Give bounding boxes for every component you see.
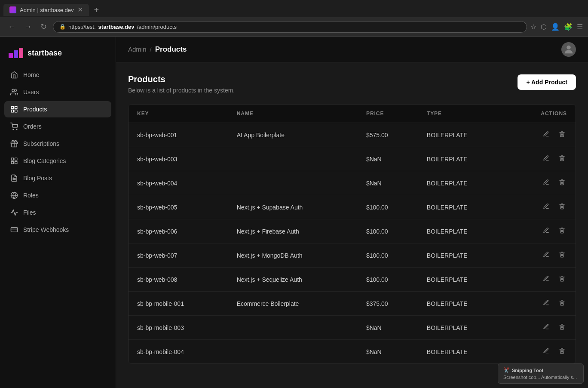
new-tab-button[interactable]: + — [91, 5, 103, 15]
cell-key: sb-bp-web-005 — [129, 195, 228, 219]
reload-button[interactable]: ↻ — [38, 20, 49, 33]
svg-point-6 — [16, 129, 17, 130]
table-row: sb-bp-web-008 Next.js + Sequelize Auth $… — [129, 268, 576, 292]
snipping-tool-icon: ✂️ — [503, 367, 509, 373]
edit-button[interactable] — [541, 129, 551, 141]
sidebar-item-orders[interactable]: Orders — [4, 118, 111, 135]
logo-block-3 — [19, 48, 23, 58]
cell-name: Next.js + Supabase Auth — [228, 195, 358, 219]
pocket-icon[interactable]: ⬡ — [541, 23, 547, 31]
delete-button[interactable] — [557, 322, 567, 333]
sidebar-item-users[interactable]: Users — [4, 84, 111, 100]
sidebar-item-blog-categories[interactable]: Blog Categories — [4, 153, 111, 169]
edit-button[interactable] — [541, 225, 551, 237]
snipping-tool-popup: ✂️ Snipping Tool Screenshot cop... Autom… — [498, 363, 584, 384]
col-price: PRICE — [358, 105, 418, 123]
cell-name — [228, 340, 358, 364]
sidebar-item-files[interactable]: Files — [4, 204, 111, 221]
edit-button[interactable] — [541, 322, 551, 333]
cell-key: sb-bp-mobile-003 — [129, 316, 228, 340]
delete-button[interactable] — [557, 153, 567, 165]
delete-button[interactable] — [557, 249, 567, 261]
svg-point-0 — [12, 89, 15, 92]
svg-rect-15 — [11, 228, 18, 232]
user-avatar[interactable] — [561, 42, 576, 57]
add-product-button[interactable]: + Add Product — [518, 74, 576, 90]
forward-button[interactable]: → — [21, 21, 34, 33]
orders-icon — [10, 123, 18, 130]
cell-key: sb-bp-web-007 — [129, 243, 228, 268]
bookmark-icon[interactable]: ☆ — [530, 23, 536, 31]
page-title: Products — [128, 74, 235, 84]
edit-button[interactable] — [541, 298, 551, 309]
cell-price: $100.00 — [358, 195, 418, 219]
sidebar-item-orders-label: Orders — [23, 123, 42, 130]
cell-price: $100.00 — [358, 268, 418, 292]
users-icon — [10, 88, 18, 96]
svg-point-17 — [567, 45, 570, 49]
cell-key: sb-bp-mobile-001 — [129, 292, 228, 316]
breadcrumb-current: Products — [155, 45, 187, 54]
cell-name: Next.js + Firebase Auth — [228, 219, 358, 243]
sidebar-item-blog-posts[interactable]: Blog Posts — [4, 170, 111, 186]
cell-actions — [508, 195, 576, 219]
logo-text: startbase — [28, 49, 62, 58]
table-row: sb-bp-web-001 AI App Boilerplate $575.00… — [129, 123, 576, 147]
sidebar-item-products[interactable]: Products — [4, 101, 111, 117]
snipping-tool-title: ✂️ Snipping Tool — [503, 367, 578, 373]
sidebar-item-subscriptions[interactable]: Subscriptions — [4, 135, 111, 152]
address-bar[interactable]: 🔒 https://test.startbase.dev/admin/produ… — [53, 21, 527, 33]
cell-key: sb-bp-web-003 — [129, 147, 228, 171]
logo-icon — [9, 48, 23, 58]
snipping-tool-text: Screenshot cop... Automatically s... — [503, 375, 578, 380]
cell-name: Ecommerce Boilerplate — [228, 292, 358, 316]
table-body: sb-bp-web-001 AI App Boilerplate $575.00… — [129, 123, 576, 364]
breadcrumb-root[interactable]: Admin — [128, 46, 147, 53]
table-row: sb-bp-web-007 Next.js + MongoDB Auth $10… — [129, 243, 576, 268]
delete-button[interactable] — [557, 298, 567, 309]
sidebar-item-stripe-webhooks[interactable]: Stripe Webhooks — [4, 222, 111, 238]
sidebar-item-home-label: Home — [23, 71, 39, 78]
svg-point-5 — [13, 129, 14, 130]
edit-button[interactable] — [541, 201, 551, 213]
url-suffix: /admin/products — [137, 24, 177, 30]
cell-actions — [508, 268, 576, 292]
cell-key: sb-bp-web-001 — [129, 123, 228, 147]
col-actions: ACTIONS — [508, 105, 576, 123]
delete-button[interactable] — [557, 346, 567, 357]
edit-button[interactable] — [541, 249, 551, 261]
content-header: Products Below is a list of products in … — [128, 74, 576, 94]
cell-type: BOILERPLATE — [418, 195, 508, 219]
tab-close-button[interactable]: ✕ — [77, 6, 83, 13]
edit-button[interactable] — [541, 153, 551, 165]
svg-rect-4 — [15, 110, 17, 112]
products-table: KEY NAME PRICE TYPE ACTIONS sb-bp-web-00… — [129, 105, 576, 363]
delete-button[interactable] — [557, 274, 567, 285]
sidebar-item-users-label: Users — [23, 89, 39, 95]
edit-button[interactable] — [541, 274, 551, 285]
edit-button[interactable] — [541, 346, 551, 357]
extensions-icon[interactable]: 🧩 — [564, 23, 573, 31]
delete-button[interactable] — [557, 225, 567, 237]
back-button[interactable]: ← — [5, 21, 18, 33]
delete-button[interactable] — [557, 129, 567, 141]
active-tab[interactable]: Admin | startbase.dev ✕ — [3, 4, 89, 16]
svg-rect-2 — [15, 106, 17, 108]
account-icon[interactable]: 👤 — [551, 23, 560, 31]
subscriptions-icon — [10, 140, 18, 148]
cell-actions — [508, 123, 576, 147]
sidebar-item-home[interactable]: Home — [4, 67, 111, 83]
edit-button[interactable] — [541, 177, 551, 189]
cell-name: AI App Boilerplate — [228, 123, 358, 147]
sidebar-item-roles[interactable]: Roles — [4, 187, 111, 203]
cell-key: sb-bp-web-004 — [129, 171, 228, 195]
cell-name: Next.js + Sequelize Auth — [228, 268, 358, 292]
security-icons: 🔒 — [59, 24, 66, 30]
app: startbase Home Users P — [0, 37, 588, 388]
delete-button[interactable] — [557, 177, 567, 189]
menu-icon[interactable]: ☰ — [577, 23, 583, 31]
cell-type: BOILERPLATE — [418, 243, 508, 268]
delete-button[interactable] — [557, 201, 567, 213]
cell-type: BOILERPLATE — [418, 123, 508, 147]
main-area: Admin / Products Products Below is a lis… — [116, 37, 588, 388]
